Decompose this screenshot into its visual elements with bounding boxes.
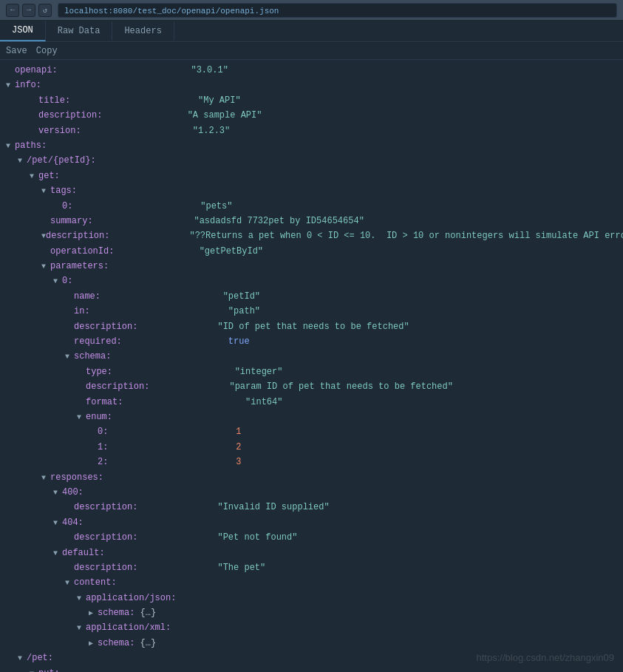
list-item: title: "My API" bbox=[6, 93, 617, 108]
list-item: description: "Pet not found" bbox=[6, 530, 617, 545]
param0-toggle[interactable] bbox=[53, 275, 62, 288]
list-item: 2: 3 bbox=[6, 455, 617, 469]
browser-chrome: ← → ↺ localhost:8080/test_doc/openapi/op… bbox=[0, 0, 623, 43]
list-item: enum: bbox=[6, 410, 617, 424]
tabs-bar: JSON Raw Data Headers bbox=[0, 21, 623, 42]
address-bar[interactable]: localhost:8080/test_doc/openapi/openapi.… bbox=[58, 3, 617, 18]
list-item: version: "1.2.3" bbox=[6, 123, 617, 138]
info-toggle[interactable] bbox=[6, 79, 15, 92]
r400-toggle[interactable] bbox=[53, 486, 62, 499]
list-item: name: "petId" bbox=[6, 289, 617, 304]
list-item: default: bbox=[6, 546, 617, 560]
list-item: responses: bbox=[6, 470, 617, 485]
list-item: description: "ID of pet that needs to be… bbox=[6, 319, 617, 334]
list-item: description: "??Returns a pet when 0 < I… bbox=[6, 228, 617, 243]
save-button[interactable]: Save bbox=[6, 46, 27, 56]
appxml-toggle[interactable] bbox=[77, 622, 86, 634]
list-item: /pet/{petId}: bbox=[6, 153, 617, 168]
params-toggle[interactable] bbox=[41, 260, 50, 273]
list-item: description: "Invalid ID supplied" bbox=[6, 500, 617, 515]
list-item: operationId: "getPetById" bbox=[6, 244, 617, 259]
get-toggle[interactable] bbox=[30, 170, 38, 183]
list-item: openapi: "3.0.1" bbox=[6, 63, 617, 78]
list-item: required: true bbox=[6, 334, 617, 349]
tab-raw-data[interactable]: Raw Data bbox=[46, 21, 113, 41]
list-item: application/xml: bbox=[6, 620, 617, 635]
list-item: schema: {…} bbox=[6, 605, 617, 620]
list-item: type: "integer" bbox=[6, 364, 617, 379]
nav-buttons: ← → ↺ bbox=[6, 4, 52, 17]
list-item: summary: "asdadsfd 7732pet by ID54654654… bbox=[6, 214, 617, 228]
list-item: 400: bbox=[6, 485, 617, 500]
back-button[interactable]: ← bbox=[6, 4, 19, 17]
browser-toolbar: ← → ↺ localhost:8080/test_doc/openapi/op… bbox=[0, 0, 623, 21]
responses-toggle[interactable] bbox=[41, 472, 50, 484]
list-item: schema: {…} bbox=[6, 636, 617, 651]
list-item: schema: bbox=[6, 349, 617, 364]
reload-button[interactable]: ↺ bbox=[38, 4, 52, 17]
default-toggle[interactable] bbox=[53, 547, 62, 560]
schema-toggle[interactable] bbox=[65, 350, 74, 363]
list-item: tags: bbox=[6, 183, 617, 198]
appjson-toggle[interactable] bbox=[77, 592, 86, 605]
schema2-toggle[interactable] bbox=[89, 607, 98, 620]
paths-toggle[interactable] bbox=[6, 140, 15, 152]
json-toolbar: Save Copy bbox=[0, 43, 623, 60]
schema3-toggle[interactable] bbox=[89, 637, 98, 650]
forward-button[interactable]: → bbox=[22, 4, 35, 17]
list-item: description: "param ID of pet that needs… bbox=[6, 379, 617, 394]
list-item: parameters: bbox=[6, 259, 617, 274]
list-item: /pet: bbox=[6, 651, 617, 665]
list-item: info: bbox=[6, 78, 617, 92]
content-toggle[interactable] bbox=[65, 577, 74, 589]
pet-toggle[interactable] bbox=[18, 652, 27, 665]
list-item: put: bbox=[6, 666, 617, 672]
tab-json[interactable]: JSON bbox=[0, 21, 46, 41]
list-item: format: "int64" bbox=[6, 395, 617, 410]
put-toggle[interactable] bbox=[30, 668, 38, 672]
list-item: 0: 1 bbox=[6, 424, 617, 439]
tab-headers[interactable]: Headers bbox=[112, 21, 174, 41]
list-item: 1: 2 bbox=[6, 440, 617, 455]
list-item: 0: bbox=[6, 274, 617, 288]
copy-button[interactable]: Copy bbox=[36, 46, 58, 56]
r404-toggle[interactable] bbox=[53, 517, 62, 529]
enum-toggle[interactable] bbox=[77, 411, 86, 424]
list-item: description: "The pet" bbox=[6, 560, 617, 575]
list-item: description: "A sample API" bbox=[6, 108, 617, 123]
tags-toggle[interactable] bbox=[41, 185, 50, 197]
json-viewer: openapi: "3.0.1" info: title: "My API" d… bbox=[0, 60, 623, 672]
list-item: get: bbox=[6, 169, 617, 183]
list-item: 0: "pets" bbox=[6, 199, 617, 214]
list-item: content: bbox=[6, 575, 617, 590]
list-item: application/json: bbox=[6, 591, 617, 605]
list-item: in: "path" bbox=[6, 304, 617, 319]
list-item: paths: bbox=[6, 138, 617, 153]
petid-toggle[interactable] bbox=[18, 155, 27, 167]
list-item: 404: bbox=[6, 515, 617, 530]
